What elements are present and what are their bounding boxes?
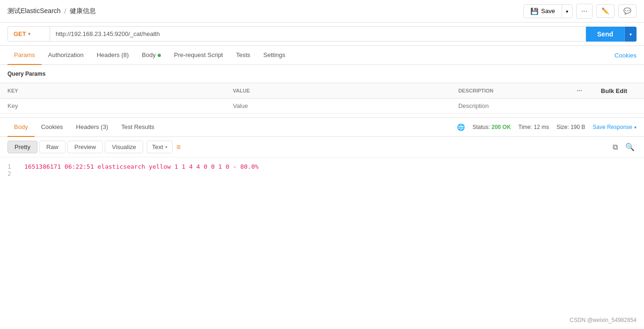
line-number-2: 2 [7, 170, 17, 177]
save-response-label: Save Response [593, 124, 632, 130]
url-input[interactable] [50, 26, 586, 42]
tab-tests[interactable]: Tests [230, 46, 257, 65]
ellipsis-icon: ··· [581, 7, 587, 15]
send-chevron-icon: ▾ [630, 32, 632, 37]
format-visualize-button[interactable]: Visualize [105, 141, 143, 153]
format-preview-button[interactable]: Preview [67, 141, 103, 153]
response-section: Body Cookies Headers (3) Test Results 🌐 … [0, 117, 644, 251]
response-tab-body[interactable]: Body [7, 118, 35, 137]
response-tabs-bar: Body Cookies Headers (3) Test Results 🌐 … [0, 118, 644, 137]
query-params-table: KEY VALUE DESCRIPTION ··· Bulk Edit [0, 83, 644, 114]
save-btn-group: 💾 Save ▾ [523, 4, 572, 18]
table-row [0, 99, 644, 114]
filter-icon[interactable]: ≡ [176, 143, 181, 151]
send-chevron-button[interactable]: ▾ [624, 27, 637, 42]
breadcrumb-part1: 测试ElasticSearch [7, 7, 61, 15]
send-button[interactable]: Send [586, 27, 624, 42]
search-button[interactable]: 🔍 [623, 141, 637, 153]
request-tabs-bar: Params Authorization Headers (8) Body Pr… [0, 46, 644, 65]
send-btn-group: Send ▾ [586, 27, 637, 42]
text-type-label: Text [152, 143, 163, 150]
key-cell[interactable] [0, 99, 225, 114]
value-cell[interactable] [225, 99, 451, 114]
breadcrumb-part2: 健康信息 [70, 7, 96, 15]
code-line-2: 2 [7, 170, 637, 177]
col-header-description: DESCRIPTION [451, 83, 565, 99]
bulk-edit-button[interactable]: Bulk Edit [601, 87, 627, 94]
row-bulk-cell [593, 99, 644, 114]
copy-button[interactable]: ⧉ [611, 141, 620, 153]
method-select[interactable]: GET ▾ [7, 26, 50, 42]
save-response-chevron-icon: ▾ [634, 125, 637, 130]
top-actions: 💾 Save ▾ ··· ✏️ 💬 [523, 4, 637, 19]
status-label: Status: 200 OK [472, 124, 511, 130]
copy-icon: ⧉ [613, 143, 618, 151]
time-label: Time: 12 ms [518, 124, 549, 130]
watermark: CSDN @weixin_54982854 [570, 317, 637, 323]
line-content-1: 1651386171 06:22:51 elasticsearch yellow… [24, 163, 259, 170]
format-bar: Pretty Raw Preview Visualize Text ▾ ≡ ⧉ … [0, 137, 644, 157]
globe-icon: 🌐 [457, 123, 465, 131]
query-params-title: Query Params [0, 65, 644, 83]
table-more-icon[interactable]: ··· [577, 87, 582, 94]
response-tab-headers[interactable]: Headers (3) [70, 118, 115, 137]
body-dot [158, 54, 161, 57]
value-input[interactable] [233, 102, 443, 109]
code-line-1: 1 1651386171 06:22:51 elasticsearch yell… [7, 163, 637, 170]
size-value: 190 B [571, 124, 585, 130]
col-header-value: VALUE [225, 83, 451, 99]
format-actions: ⧉ 🔍 [611, 141, 637, 153]
chat-icon: 💬 [623, 7, 631, 14]
chevron-down-icon: ▾ [566, 9, 568, 14]
text-type-chevron-icon: ▾ [165, 144, 167, 150]
line-number-1: 1 [7, 163, 17, 170]
save-chevron-button[interactable]: ▾ [562, 5, 572, 17]
method-label: GET [14, 30, 26, 37]
status-value: 200 OK [492, 124, 511, 130]
breadcrumb-sep: / [65, 7, 66, 15]
tab-authorization[interactable]: Authorization [42, 46, 90, 65]
tab-body[interactable]: Body [135, 46, 167, 65]
response-status-area: 🌐 Status: 200 OK Time: 12 ms Size: 190 B… [457, 123, 637, 131]
save-icon: 💾 [530, 7, 538, 15]
code-view: 1 1651386171 06:22:51 elasticsearch yell… [0, 157, 644, 251]
top-bar: 测试ElasticSearch / 健康信息 💾 Save ▾ ··· ✏️ 💬 [0, 0, 644, 22]
row-more-cell [565, 99, 593, 114]
col-header-more: ··· [565, 83, 593, 99]
description-input[interactable] [458, 102, 558, 109]
format-raw-button[interactable]: Raw [39, 141, 65, 153]
format-pretty-button[interactable]: Pretty [7, 141, 37, 153]
search-icon: 🔍 [625, 143, 635, 151]
col-header-bulk-edit: Bulk Edit [593, 83, 644, 99]
size-label: Size: 190 B [557, 124, 585, 130]
tab-pre-request-script[interactable]: Pre-request Script [167, 46, 230, 65]
edit-button[interactable]: ✏️ [596, 4, 615, 18]
url-bar: GET ▾ Send ▾ [0, 22, 644, 46]
col-header-key: KEY [0, 83, 225, 99]
breadcrumb: 测试ElasticSearch / 健康信息 [7, 7, 96, 15]
save-label: Save [541, 7, 555, 14]
more-options-button[interactable]: ··· [576, 4, 593, 19]
key-input[interactable] [7, 102, 218, 109]
response-tab-test-results[interactable]: Test Results [115, 118, 161, 137]
time-value: 12 ms [534, 124, 549, 130]
tab-settings[interactable]: Settings [257, 46, 292, 65]
save-response-button[interactable]: Save Response ▾ [593, 124, 637, 130]
tab-params[interactable]: Params [7, 46, 42, 65]
text-type-select[interactable]: Text ▾ [147, 141, 173, 153]
description-cell[interactable] [451, 99, 565, 114]
method-chevron-icon: ▾ [28, 31, 30, 36]
save-button[interactable]: 💾 Save [524, 5, 562, 18]
response-tab-cookies[interactable]: Cookies [35, 118, 70, 137]
comment-button[interactable]: 💬 [618, 4, 637, 18]
cookies-link[interactable]: Cookies [615, 52, 637, 59]
tab-headers[interactable]: Headers (8) [90, 46, 136, 65]
pencil-icon: ✏️ [601, 7, 609, 14]
